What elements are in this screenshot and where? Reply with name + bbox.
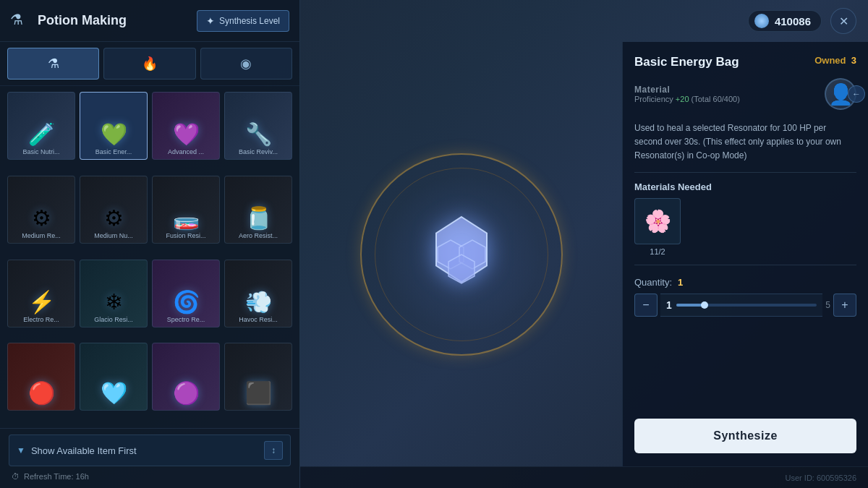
item-label: Havoc Resi... — [239, 316, 278, 324]
list-item[interactable]: 💨 Havoc Resi... — [224, 260, 292, 328]
orb-icon: ◉ — [240, 56, 252, 72]
list-item[interactable]: 🔴 — [7, 343, 75, 411]
tab-fire[interactable]: 🔥 — [103, 48, 195, 80]
refresh-time: ⏱ Refresh Time: 16h — [9, 471, 291, 482]
materials-list: 🌸 11/2 — [634, 198, 856, 256]
list-item[interactable]: 🌀 Spectro Re... — [152, 260, 220, 328]
potion-making-icon: ⚗ — [10, 11, 30, 31]
qty-slider-thumb — [701, 301, 708, 309]
materials-needed-label: Materials Needed — [634, 181, 856, 192]
item-label: Aero Resist... — [239, 232, 278, 240]
material-count: 11/2 — [650, 247, 665, 256]
close-button[interactable]: ✕ — [830, 8, 856, 34]
tab-orb[interactable]: ◉ — [200, 48, 292, 80]
currency-display: 410086 — [748, 10, 822, 32]
show-available-label: Show Available Item First — [31, 445, 258, 456]
material-icon-box: 🌸 — [634, 198, 681, 244]
item-icon: 💜 — [173, 121, 200, 147]
quantity-label-row: Quantity: 1 — [634, 277, 856, 288]
panel-title: Potion Making — [38, 13, 197, 28]
list-item[interactable]: 🧫 Fusion Resi... — [152, 176, 220, 244]
proficiency-text: Proficiency +20 (Total 60/400) — [634, 95, 825, 103]
material-info: Material Proficiency +20 (Total 60/400) — [634, 85, 825, 103]
list-item[interactable]: ⚡ Electro Re... — [7, 260, 75, 328]
tab-flask[interactable]: ⚗ — [7, 48, 99, 80]
list-item[interactable]: ⬛ — [224, 343, 292, 411]
item-icon: ⚙ — [32, 205, 51, 231]
synthesis-level-button[interactable]: ✦ Synthesis Level — [197, 10, 289, 32]
qty-slider-track[interactable] — [676, 304, 817, 307]
top-bar: 410086 ✕ — [300, 0, 868, 42]
divider-2 — [634, 265, 856, 265]
list-item[interactable]: ⚙ Medium Re... — [7, 176, 75, 244]
item-label: Electro Re... — [23, 316, 59, 324]
material-row: Material Proficiency +20 (Total 60/400) … — [634, 78, 856, 110]
list-item[interactable]: ❄ Glacio Resi... — [80, 260, 148, 328]
material-item: 🌸 11/2 — [634, 198, 681, 256]
item-icon: 💨 — [245, 289, 272, 314]
synthesize-button[interactable]: Synthesize — [634, 419, 856, 453]
item-label: Basic Ener... — [95, 148, 132, 156]
material-section: Material Proficiency +20 (Total 60/400) … — [634, 78, 856, 113]
center-visual — [300, 42, 622, 466]
list-item[interactable]: 🔧 Basic Reviv... — [224, 92, 292, 160]
quantity-slider-area[interactable]: 1 — [660, 294, 822, 317]
item-description: Used to heal a selected Resonator for 10… — [634, 121, 856, 163]
synthesis-icon: ✦ — [206, 15, 215, 27]
item-icon: 💚 — [101, 121, 127, 147]
item-icon: ⬛ — [245, 380, 272, 406]
main-content: Basic Energy Bag Owned 3 Material Profic… — [300, 42, 868, 466]
list-item[interactable]: 🧪 Basic Nutri... — [7, 92, 75, 160]
list-item[interactable]: 🫙 Aero Resist... — [224, 176, 292, 244]
item-icon: 🫙 — [245, 205, 272, 231]
item-icon: 🔴 — [28, 380, 55, 406]
item-grid: 🧪 Basic Nutri... 💚 Basic Ener... 💜 Advan… — [0, 86, 299, 428]
divider — [634, 172, 856, 173]
item-title-row: Basic Energy Bag Owned 3 — [634, 55, 856, 69]
qty-max-value: 5 — [825, 300, 830, 310]
item-name: Basic Energy Bag — [634, 55, 739, 69]
chevron-down-icon: ▼ — [17, 445, 25, 455]
materials-needed-section: Materials Needed 🌸 11/2 — [634, 181, 856, 256]
user-id-label: User ID: 600595326 — [786, 474, 856, 482]
item-icon: ⚙ — [104, 205, 124, 231]
item-label: Basic Nutri... — [22, 148, 59, 156]
item-icon: ⚡ — [28, 289, 55, 314]
owned-label: Owned — [814, 55, 846, 66]
list-item[interactable]: 🟣 — [152, 343, 220, 411]
hexagon-display — [360, 153, 563, 356]
flower-icon: 🌸 — [644, 208, 671, 234]
avatar-area: 👤 ← — [825, 78, 856, 110]
clock-icon: ⏱ — [12, 472, 20, 481]
panel-header: ⚗ Potion Making ✦ Synthesis Level — [0, 0, 299, 42]
back-arrow-button[interactable]: ← — [848, 85, 865, 103]
quantity-section: Quantity: 1 − 1 5 — [634, 274, 856, 317]
owned-badge: Owned 3 — [814, 55, 856, 66]
owned-count: 3 — [851, 55, 856, 66]
quantity-decrease-button[interactable]: − — [634, 294, 658, 317]
list-item[interactable]: 💜 Advanced ... — [152, 92, 220, 160]
item-icon: 🔧 — [245, 121, 272, 147]
quantity-value: 1 — [678, 277, 683, 288]
proficiency-total: (Total 60/400) — [692, 95, 740, 103]
quantity-increase-button[interactable]: + — [833, 294, 856, 317]
bottom-bar: User ID: 600595326 — [300, 466, 868, 488]
item-icon: 🌀 — [173, 289, 200, 314]
quantity-controls: − 1 5 + — [634, 294, 856, 317]
category-tabs: ⚗ 🔥 ◉ — [0, 42, 299, 86]
proficiency-bonus: +20 — [676, 95, 689, 103]
sort-icon: ↕ — [271, 445, 276, 455]
plus-icon: + — [841, 299, 848, 312]
refresh-time-label: Refresh Time: 16h — [24, 472, 89, 481]
flask-icon: ⚗ — [48, 56, 59, 72]
sort-button[interactable]: ↕ — [264, 441, 283, 460]
item-label: Medium Nu... — [94, 232, 133, 240]
item-icon: 🩵 — [101, 380, 127, 406]
show-available-toggle[interactable]: ▼ Show Available Item First ↕ — [9, 435, 291, 466]
list-item[interactable]: ⚙ Medium Nu... — [80, 176, 148, 244]
list-item[interactable]: 💚 Basic Ener... — [80, 92, 148, 160]
item-label: Glacio Resi... — [94, 316, 133, 324]
list-item[interactable]: 🩵 — [80, 343, 148, 411]
material-label: Material — [634, 85, 825, 95]
item-label: Basic Reviv... — [239, 148, 278, 156]
